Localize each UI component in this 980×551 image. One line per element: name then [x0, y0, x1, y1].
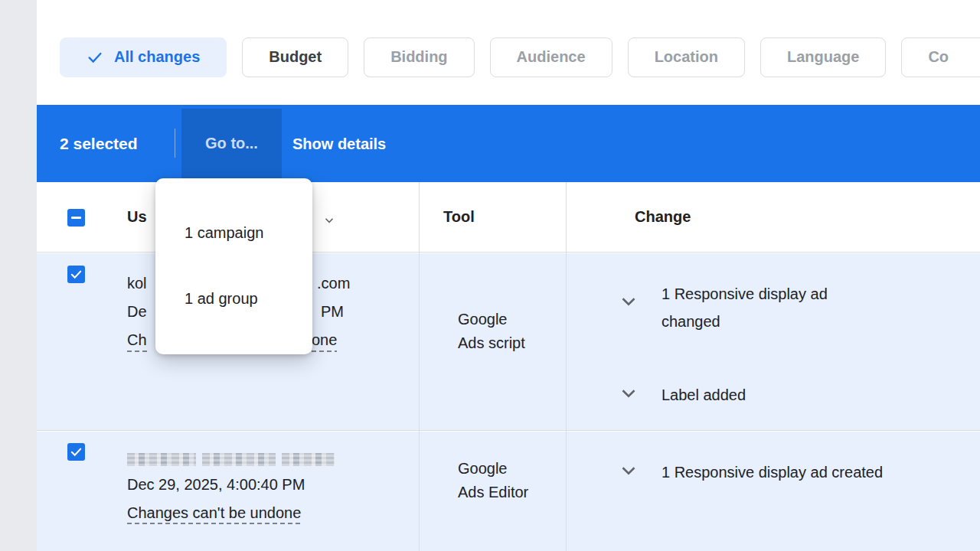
filter-chip-language[interactable]: Language [760, 37, 886, 77]
filter-chip-label: All changes [114, 48, 200, 66]
chevron-down-icon[interactable] [617, 459, 640, 485]
date-text-fragment: PM [321, 302, 344, 321]
go-to-menu: 1 campaign 1 ad group [155, 178, 312, 354]
row-checkbox[interactable] [67, 443, 85, 461]
check-icon [70, 445, 83, 458]
column-divider [419, 182, 420, 551]
user-text-fragment: kol [127, 274, 147, 292]
user-cell: Dec 29, 2025, 4:00:40 PM Changes can't b… [127, 432, 420, 551]
change-text: 1 Responsive display ad created [662, 461, 883, 484]
column-header-change[interactable]: Change [635, 208, 691, 226]
column-header-user[interactable]: Us [127, 208, 147, 226]
divider [175, 129, 175, 158]
filter-chip-bidding[interactable]: Bidding [364, 37, 474, 77]
redacted-user-text [127, 453, 335, 466]
chevron-down-icon[interactable] [617, 382, 640, 408]
tool-cell: Google Ads Editor [458, 457, 531, 504]
filter-chip-label: Bidding [390, 48, 447, 66]
change-item: Label added [617, 382, 746, 408]
go-to-button[interactable]: Go to... [181, 109, 282, 178]
filter-chip-label: Co [928, 48, 949, 66]
filter-chip-location[interactable]: Location [628, 37, 745, 77]
menu-item-ad-group[interactable]: 1 ad group [155, 266, 312, 331]
table-row: Dec 29, 2025, 4:00:40 PM Changes can't b… [37, 432, 980, 551]
sort-chevron-icon[interactable] [322, 214, 336, 230]
filter-chip-label: Audience [517, 48, 586, 66]
show-details-button[interactable]: Show details [292, 135, 386, 152]
change-text: Label added [662, 383, 746, 406]
undo-note-fragment: one [312, 331, 337, 352]
indeterminate-icon [71, 217, 81, 219]
filter-chip-label: Language [787, 48, 859, 66]
change-item: 1 Responsive display ad created [617, 459, 883, 485]
filter-chip-truncated[interactable]: Co [901, 37, 980, 77]
page-gutter [0, 0, 37, 551]
undo-note-fragment: Ch [127, 331, 147, 352]
column-divider [566, 182, 567, 551]
filter-chips-bar: All changes Budget Bidding Audience Loca… [37, 0, 980, 105]
filter-chip-label: Location [655, 48, 718, 66]
change-date: Dec 29, 2025, 4:00:40 PM [127, 476, 305, 494]
filter-chip-budget[interactable]: Budget [242, 37, 348, 77]
row-checkbox[interactable] [67, 266, 85, 283]
change-text: 1 Responsive display ad changed [662, 280, 876, 335]
tool-cell: Google Ads script [458, 308, 531, 355]
menu-item-campaign[interactable]: 1 campaign [155, 200, 312, 266]
check-icon [70, 268, 83, 281]
column-header-tool[interactable]: Tool [443, 208, 475, 226]
filter-chip-audience[interactable]: Audience [490, 37, 612, 77]
filter-chip-all-changes[interactable]: All changes [60, 37, 227, 77]
date-text-fragment: De [127, 302, 147, 321]
selected-count: 2 selected [60, 135, 138, 153]
chevron-down-icon[interactable] [617, 290, 640, 316]
filter-chip-label: Budget [269, 48, 322, 66]
undo-note: Changes can't be undone [127, 504, 301, 524]
select-all-checkbox[interactable] [67, 209, 85, 227]
bulk-action-bar: 2 selected Go to... Show details [37, 105, 980, 182]
change-item: 1 Responsive display ad changed [617, 280, 876, 335]
check-icon [87, 49, 103, 66]
user-text-fragment: .com [317, 274, 350, 292]
